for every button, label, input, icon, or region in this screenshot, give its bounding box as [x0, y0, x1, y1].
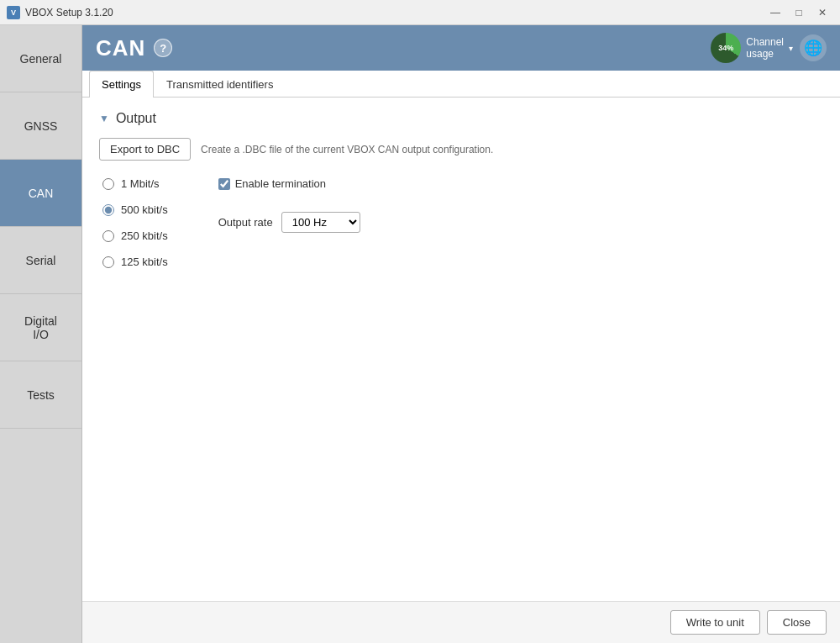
- output-section-title: Output: [116, 111, 156, 126]
- channel-usage-circle: 34%: [711, 33, 741, 63]
- tab-transmitted-identifiers[interactable]: Transmitted identifiers: [154, 71, 286, 98]
- sidebar-item-digital-io[interactable]: Digital I/O: [0, 294, 81, 361]
- radio-500kbit-label: 500 kbit/s: [121, 203, 168, 216]
- output-section-header: ▼ Output: [99, 111, 823, 126]
- output-rate-label: Output rate: [218, 216, 273, 229]
- minimize-button[interactable]: —: [764, 4, 786, 21]
- window-close-button[interactable]: ✕: [811, 4, 833, 21]
- tab-settings[interactable]: Settings: [89, 71, 154, 98]
- radio-250kbit-label: 250 kbit/s: [121, 229, 168, 242]
- maximize-button[interactable]: □: [788, 4, 810, 21]
- page-title: CAN: [96, 35, 145, 61]
- radio-125kbit-input[interactable]: [102, 256, 114, 268]
- radio-125kbit-label: 125 kbit/s: [121, 256, 168, 268]
- tabs-bar: Settings Transmitted identifiers: [82, 71, 840, 98]
- section-collapse-icon[interactable]: ▼: [99, 113, 109, 124]
- output-rate-row: Output rate 100 Hz 50 Hz 20 Hz 10 Hz: [218, 212, 360, 233]
- close-button[interactable]: Close: [767, 610, 827, 635]
- radio-1mbit[interactable]: 1 Mbit/s: [102, 177, 168, 190]
- sidebar-item-gnss[interactable]: GNSS: [0, 92, 81, 160]
- help-button[interactable]: ?: [154, 39, 172, 57]
- title-bar-controls: — □ ✕: [764, 4, 833, 21]
- app-icon: V: [7, 6, 20, 19]
- radio-250kbit[interactable]: 250 kbit/s: [102, 229, 168, 242]
- radio-500kbit-input[interactable]: [102, 204, 114, 216]
- sidebar-item-can[interactable]: CAN: [0, 160, 81, 227]
- export-description: Create a .DBC file of the current VBOX C…: [201, 144, 493, 155]
- export-to-dbc-button[interactable]: Export to DBC: [99, 138, 191, 161]
- header-right: 34% Channelusage ▾ 🌐: [711, 33, 827, 63]
- sidebar-item-tests[interactable]: Tests: [0, 361, 81, 429]
- app-body: General GNSS CAN Serial Digital I/O Test…: [0, 25, 840, 643]
- sidebar-item-serial[interactable]: Serial: [0, 227, 81, 294]
- write-to-unit-button[interactable]: Write to unit: [670, 610, 760, 635]
- output-rate-select[interactable]: 100 Hz 50 Hz 20 Hz 10 Hz: [281, 212, 360, 233]
- main-content: ▼ Output Export to DBC Create a .DBC fil…: [82, 98, 840, 601]
- enable-termination-checkbox[interactable]: [218, 178, 230, 190]
- radio-125kbit[interactable]: 125 kbit/s: [102, 256, 168, 268]
- channel-usage-label: Channelusage: [746, 36, 784, 61]
- header-bar: CAN ? 34% Channelusage ▾ 🌐: [82, 25, 840, 71]
- title-bar-text: VBOX Setup 3.1.20: [25, 7, 764, 18]
- radio-1mbit-input[interactable]: [102, 178, 114, 190]
- bitrate-radio-group: 1 Mbit/s 500 kbit/s 250 kbit/s 125 kbit/…: [102, 177, 168, 268]
- enable-termination-label: Enable termination: [235, 177, 326, 190]
- globe-button[interactable]: 🌐: [800, 34, 827, 61]
- channel-dropdown-icon: ▾: [789, 44, 793, 53]
- export-row: Export to DBC Create a .DBC file of the …: [99, 138, 823, 161]
- enable-termination-row[interactable]: Enable termination: [218, 177, 360, 190]
- radio-500kbit[interactable]: 500 kbit/s: [102, 203, 168, 216]
- footer: Write to unit Close: [82, 601, 840, 643]
- title-bar: V VBOX Setup 3.1.20 — □ ✕: [0, 0, 840, 25]
- radio-250kbit-input[interactable]: [102, 230, 114, 242]
- sidebar: General GNSS CAN Serial Digital I/O Test…: [0, 25, 82, 643]
- content-area: CAN ? 34% Channelusage ▾ 🌐 Settings Tran…: [82, 25, 840, 643]
- sidebar-item-general[interactable]: General: [0, 25, 81, 92]
- radio-1mbit-label: 1 Mbit/s: [121, 177, 160, 190]
- channel-usage[interactable]: 34% Channelusage ▾: [711, 33, 793, 63]
